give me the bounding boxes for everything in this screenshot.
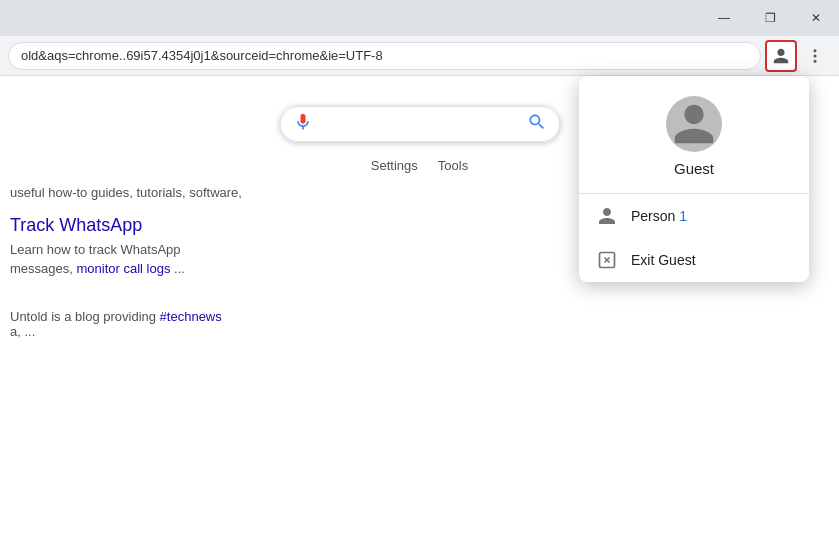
result-desc-text2: messages, bbox=[10, 261, 76, 276]
close-button[interactable]: ✕ bbox=[793, 0, 839, 36]
svg-point-1 bbox=[814, 54, 817, 57]
toolbar: old&aqs=chrome..69i57.4354j0j1&sourceid=… bbox=[0, 36, 839, 76]
exit-guest-icon bbox=[595, 248, 619, 272]
result-extra: Untold is a blog providing #technews a, … bbox=[10, 309, 839, 339]
profile-icon-button[interactable] bbox=[765, 40, 797, 72]
guest-avatar bbox=[666, 96, 722, 152]
exit-guest-label: Exit Guest bbox=[631, 252, 696, 268]
profile-dropdown: Guest Person 1 Exit Guest bbox=[579, 76, 809, 282]
search-input[interactable] bbox=[280, 106, 560, 142]
result-desc-text3: ... bbox=[170, 261, 184, 276]
tools-link[interactable]: Tools bbox=[438, 158, 468, 173]
window-controls: — ❐ ✕ bbox=[701, 0, 839, 36]
mic-icon[interactable] bbox=[293, 112, 313, 137]
extra-text3: a, ... bbox=[10, 324, 35, 339]
person-label: Person 1 bbox=[631, 208, 687, 224]
maximize-button[interactable]: ❐ bbox=[747, 0, 793, 36]
address-text: old&aqs=chrome..69i57.4354j0j1&sourceid=… bbox=[21, 48, 383, 63]
minimize-button[interactable]: — bbox=[701, 0, 747, 36]
svg-point-0 bbox=[814, 49, 817, 52]
result-desc-text1: Learn how to track WhatsApp bbox=[10, 242, 181, 257]
extra-text1: Untold is a blog providing bbox=[10, 309, 160, 324]
title-bar: — ❐ ✕ bbox=[0, 0, 839, 36]
monitor-link[interactable]: monitor call logs bbox=[76, 261, 170, 276]
person-1-item[interactable]: Person 1 bbox=[579, 194, 809, 238]
guest-label: Guest bbox=[674, 160, 714, 177]
toolbar-icons bbox=[765, 40, 831, 72]
person-icon bbox=[595, 204, 619, 228]
settings-link[interactable]: Settings bbox=[371, 158, 418, 173]
search-icon[interactable] bbox=[527, 112, 547, 136]
address-bar[interactable]: old&aqs=chrome..69i57.4354j0j1&sourceid=… bbox=[8, 42, 761, 70]
svg-point-2 bbox=[814, 59, 817, 62]
exit-guest-item[interactable]: Exit Guest bbox=[579, 238, 809, 282]
menu-button[interactable] bbox=[799, 40, 831, 72]
hashtag-link[interactable]: #technews bbox=[160, 309, 222, 324]
profile-header: Guest bbox=[579, 76, 809, 194]
